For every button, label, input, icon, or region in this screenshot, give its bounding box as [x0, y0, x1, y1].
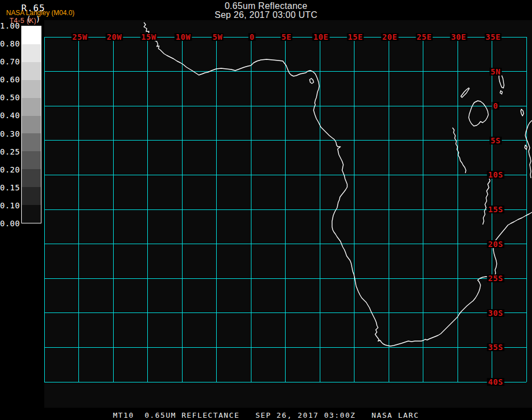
lake-tanganyika	[452, 128, 466, 173]
colorbar-label-1.00: 1.00	[0, 21, 20, 30]
page-title: 0.65um Reflectance	[0, 2, 532, 11]
lat-label-10S: 10S	[487, 171, 505, 179]
coastlines	[144, 22, 532, 346]
lon-label-15W: 15W	[140, 33, 157, 41]
colorbar-segment-1	[22, 44, 41, 62]
colorbar-label-0.25: 0.25	[0, 147, 20, 156]
colorbar-segment-3	[22, 80, 41, 98]
lon-label-35E: 35E	[484, 33, 502, 41]
bioko-island	[310, 78, 314, 83]
timestamp-title: Sep 26, 2017 03:00 UTC	[0, 11, 532, 20]
lon-label-5E: 5E	[281, 33, 293, 41]
lake-victoria	[469, 101, 488, 126]
lat-lon-gridlines	[44, 37, 526, 382]
colorbar-label-0.15: 0.15	[0, 183, 20, 192]
lon-label-25E: 25E	[416, 33, 433, 41]
lake-turkana-south-pond	[500, 91, 502, 94]
colorbar-segment-10	[22, 205, 41, 223]
colorbar-label-0.50: 0.50	[0, 93, 20, 102]
lat-label-20S: 20S	[487, 240, 505, 248]
reflectance-colorbar	[21, 26, 41, 223]
colorbar-label-0.10: 0.10	[0, 201, 20, 210]
lat-label-5N: 5N	[489, 68, 502, 76]
lon-label-25W: 25W	[71, 33, 88, 41]
map-grid-svg	[0, 0, 532, 420]
lat-label-30S: 30S	[487, 309, 505, 317]
colorbar-segment-6	[22, 133, 41, 151]
lat-label-15S: 15S	[487, 206, 505, 213]
colorbar-segment-7	[22, 151, 41, 169]
lon-label-20W: 20W	[106, 33, 123, 41]
source-label: NASA Langley (M04.0)	[6, 9, 74, 17]
colorbar-label-0.40: 0.40	[0, 111, 20, 120]
colorbar-segment-2	[22, 62, 41, 80]
colorbar-segment-8	[22, 169, 41, 187]
colorbar-segment-4	[22, 98, 41, 116]
colorbar-label-0.20: 0.20	[0, 165, 20, 174]
lon-label-10E: 10E	[312, 33, 330, 41]
lon-label-20E: 20E	[381, 33, 399, 41]
lon-label-5W: 5W	[212, 33, 224, 41]
lat-label-0: 0	[492, 102, 500, 110]
colorbar-label-0.30: 0.30	[0, 129, 20, 138]
lake-malawi	[483, 174, 491, 225]
lat-label-25S: 25S	[487, 274, 505, 282]
colorbar-label-0.00: 0.00	[0, 219, 20, 228]
lon-label-15E: 15E	[347, 33, 364, 41]
colorbar-label-0.60: 0.60	[0, 75, 20, 84]
lake-albert	[461, 88, 469, 97]
lon-label-10W: 10W	[175, 33, 192, 41]
colorbar-segment-0	[22, 26, 41, 44]
lon-label-30E: 30E	[450, 33, 468, 41]
colorbar-label-0.80: 0.80	[0, 39, 20, 48]
lat-label-40S: 40S	[487, 378, 505, 386]
footer-caption: MT10 0.65UM REFLECTANCE SEP 26, 2017 03:…	[0, 411, 532, 419]
lake-turkana	[499, 74, 504, 88]
colorbar-label-0.70: 0.70	[0, 57, 20, 66]
colorbar-segment-5	[22, 116, 41, 134]
pemba-island	[521, 109, 524, 116]
africa-west-and-south-coastline	[144, 22, 532, 346]
lat-label-5S: 5S	[489, 137, 502, 144]
satellite-product-image: 25W20W15W10W5W05E10E15E20E25E30E35E5N05S…	[0, 0, 532, 420]
colorbar-segment-9	[22, 187, 41, 205]
lon-label-0: 0	[249, 33, 256, 41]
lat-label-35S: 35S	[487, 343, 505, 351]
